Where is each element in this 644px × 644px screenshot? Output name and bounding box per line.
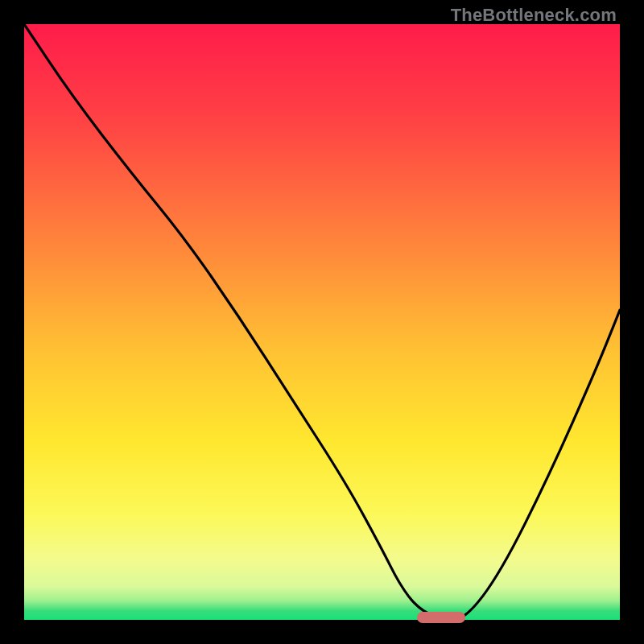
svg-rect-0 — [24, 24, 620, 620]
plot-frame — [24, 24, 620, 620]
gradient-background — [24, 24, 620, 620]
optimal-range-marker — [417, 612, 464, 623]
watermark-text: TheBottleneck.com — [451, 5, 617, 26]
